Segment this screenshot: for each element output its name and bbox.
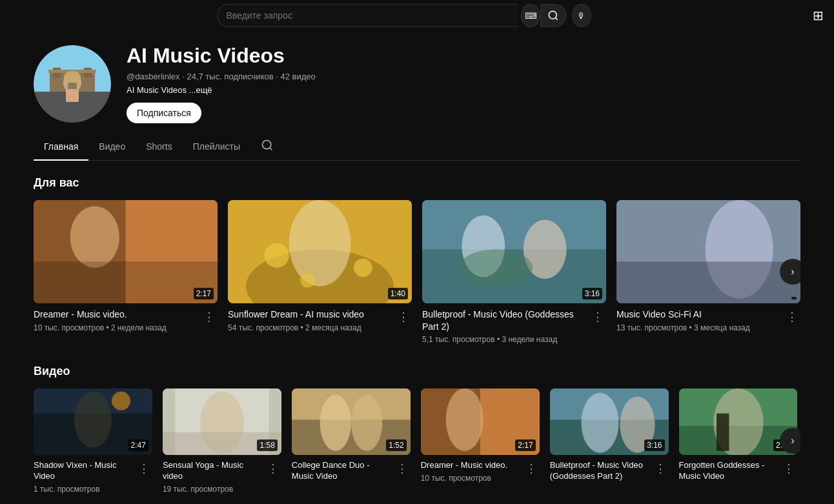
duration-badge — [791, 297, 797, 299]
video-thumbnail: 2:47 — [34, 388, 152, 455]
duration-badge: 2:17 — [515, 439, 535, 451]
tab-shorts[interactable]: Shorts — [136, 134, 182, 161]
search-tab-icon — [261, 139, 274, 152]
video-card[interactable]: 1:58 Sensual Yoga - Music video 19 тыс. … — [163, 388, 281, 494]
for-you-section: Для вас 2:17 Dreamer - Music video. — [34, 176, 800, 344]
video-card[interactable]: 2:17 Dreamer - Music video. 10 тыс. прос… — [34, 200, 218, 344]
video-thumbnail: 1:58 — [163, 388, 281, 455]
duration-badge: 1:52 — [386, 439, 406, 451]
duration-badge: 2:17 — [194, 288, 214, 299]
description-more[interactable]: ...ещё — [189, 85, 212, 95]
next-button[interactable]: › — [780, 259, 800, 285]
search-button[interactable] — [540, 4, 567, 27]
more-options-button[interactable]: ⋮ — [589, 308, 606, 325]
video-card[interactable]: 1:52 College Dance Duo - Music Video ⋮ — [292, 388, 411, 494]
video-card[interactable]: Music Video Sci-Fi AI 13 тыс. просмотров… — [616, 200, 800, 344]
more-options-button[interactable]: ⋮ — [136, 460, 152, 477]
more-options-button[interactable]: ⋮ — [395, 308, 412, 325]
duration-badge: 3:16 — [582, 288, 602, 299]
channel-handle: @dasberlinlex — [127, 72, 180, 81]
video-info: Shadow Vixen - Music Video 1 тыс. просмо… — [34, 460, 152, 494]
more-options-button[interactable]: ⋮ — [780, 460, 797, 477]
tab-home[interactable]: Главная — [34, 134, 88, 161]
video-info: Sunflower Dream - AI music video 54 тыс.… — [228, 308, 412, 332]
video-info: Dreamer - Music video. 10 тыс. просмотро… — [34, 308, 218, 332]
duration-badge: 2:47 — [128, 439, 148, 451]
more-options-button[interactable]: ⋮ — [652, 460, 669, 477]
mic-button[interactable]: 🎙 — [572, 4, 591, 27]
svg-point-52 — [581, 392, 618, 452]
add-icon: ⊞ — [813, 8, 824, 23]
video-title: Bulletproof - Music Video (Goddesses Par… — [550, 460, 647, 482]
svg-point-30 — [459, 249, 533, 286]
videos-section: Видео 2:47 Shadow Vixen - Music Video — [34, 365, 800, 494]
for-you-video-row: 2:17 Dreamer - Music video. 10 тыс. прос… — [34, 200, 800, 344]
video-card[interactable]: 3:16 Bulletproof - Music Video (Goddesse… — [422, 200, 606, 344]
for-you-title: Для вас — [34, 176, 800, 190]
video-thumbnail: 1:40 — [228, 200, 412, 303]
video-title: Sensual Yoga - Music video — [163, 460, 259, 482]
topbar: ⌨ 🎙 ⊞ — [0, 0, 834, 31]
more-options-button[interactable]: ⋮ — [394, 460, 411, 477]
duration-badge: 1:40 — [388, 288, 408, 299]
svg-point-22 — [289, 200, 351, 287]
video-card[interactable]: 1:40 Sunflower Dream - AI music video 54… — [228, 200, 412, 344]
description-text: AI Music Videos — [127, 85, 187, 95]
more-options-button[interactable]: ⋮ — [265, 460, 281, 477]
next-button[interactable]: › — [780, 428, 800, 454]
subscribe-button[interactable]: Подписаться — [127, 103, 201, 123]
video-info: Bulletproof - Music Video (Goddesses Par… — [422, 308, 606, 343]
avatar — [34, 45, 111, 123]
add-video-button[interactable]: ⊞ — [813, 8, 824, 23]
video-title: Dreamer - Music video. — [421, 460, 518, 471]
svg-point-45 — [320, 394, 351, 450]
keyboard-icon: ⌨ — [525, 11, 537, 21]
video-thumbnail: 2:51 — [679, 388, 798, 455]
svg-point-37 — [74, 391, 112, 447]
search-container: ⌨ 🎙 — [217, 4, 591, 27]
video-title: Forgotten Goddesses - Music Video — [679, 460, 776, 482]
video-info: Bulletproof - Music Video (Goddesses Par… — [550, 460, 669, 485]
topbar-right: ⊞ — [813, 8, 824, 23]
more-options-button[interactable]: ⋮ — [201, 308, 218, 325]
keyboard-button[interactable]: ⌨ — [521, 4, 540, 27]
video-info: Forgotten Goddesses - Music Video ⋮ — [679, 460, 798, 485]
main-content: Для вас 2:17 Dreamer - Music video. — [0, 161, 834, 504]
channel-info: AI Music Videos @dasberlinlex · 24,7 тыс… — [34, 44, 800, 123]
channel-meta: @dasberlinlex · 24,7 тыс. подписчиков · … — [127, 72, 316, 81]
svg-point-24 — [354, 259, 372, 277]
svg-rect-57 — [717, 413, 729, 450]
video-card[interactable]: 2:17 Dreamer - Music video. 10 тыс. прос… — [421, 388, 540, 494]
more-options-button[interactable]: ⋮ — [523, 460, 540, 477]
video-title: Music Video Sci-Fi AI — [616, 308, 778, 320]
subscriber-count: 24,7 тыс. подписчиков — [187, 72, 273, 81]
video-info: College Dance Duo - Music Video ⋮ — [292, 460, 411, 485]
svg-point-46 — [351, 394, 382, 450]
search-icon — [547, 10, 559, 21]
video-thumbnail: 1:52 — [292, 388, 411, 455]
svg-line-1 — [556, 17, 558, 19]
search-input[interactable] — [217, 4, 519, 27]
video-meta: 5,1 тыс. просмотров • 3 недели назад — [422, 335, 584, 344]
tab-videos[interactable]: Видео — [88, 134, 136, 161]
svg-point-49 — [445, 388, 483, 451]
video-thumbnail — [616, 200, 800, 303]
svg-rect-13 — [66, 89, 79, 102]
channel-description: AI Music Videos ...ещё — [127, 85, 316, 95]
video-card[interactable]: 3:16 Bulletproof - Music Video (Goddesse… — [550, 388, 669, 494]
channel-tabs: Главная Видео Shorts Плейлисты — [34, 134, 800, 161]
video-meta: 19 тыс. просмотров — [163, 485, 259, 494]
video-meta: 1 тыс. просмотров — [34, 485, 130, 494]
mic-icon: 🎙 — [577, 11, 585, 21]
video-info: Music Video Sci-Fi AI 13 тыс. просмотров… — [616, 308, 800, 332]
video-info: Dreamer - Music video. 10 тыс. просмотро… — [421, 460, 540, 483]
video-title: Dreamer - Music video. — [34, 308, 196, 320]
svg-rect-19 — [34, 261, 218, 303]
video-title: Shadow Vixen - Music Video — [34, 460, 130, 482]
tab-playlists[interactable]: Плейлисты — [183, 134, 250, 161]
tab-search-button[interactable] — [256, 134, 279, 160]
more-options-button[interactable]: ⋮ — [784, 308, 800, 325]
svg-point-14 — [262, 141, 270, 149]
videos-title: Видео — [34, 365, 800, 378]
video-card[interactable]: 2:47 Shadow Vixen - Music Video 1 тыс. п… — [34, 388, 152, 494]
